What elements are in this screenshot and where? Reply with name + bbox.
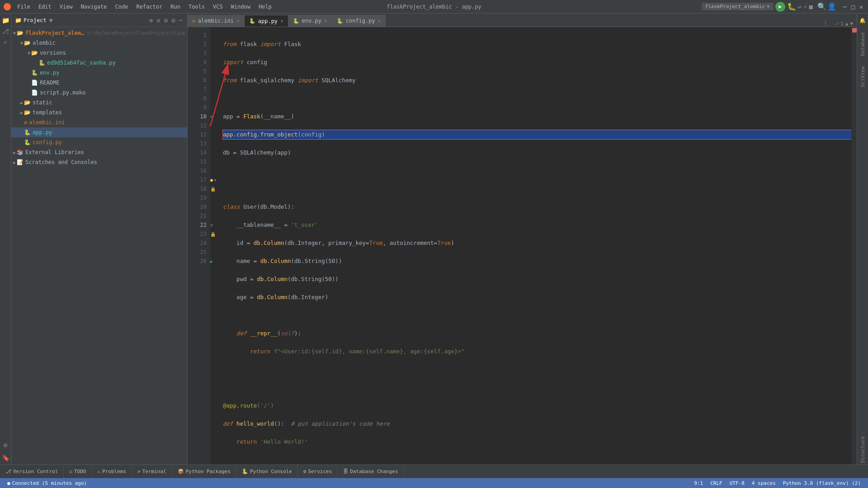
structure-icon[interactable]: Structure (857, 435, 868, 465)
tab-alembicini[interactable]: ⚙ alembic.ini ✕ (188, 15, 245, 27)
tree-item-readme[interactable]: ▶ 📄 README (11, 78, 187, 88)
tree-item-envpy[interactable]: ▶ 🐍 env.py (11, 68, 187, 78)
close-envpy-tab[interactable]: ✕ (324, 18, 327, 24)
code-editor[interactable]: 1 2 3 4 5 6 7 8 9 10 11 12 13 14 15 16 1 (188, 27, 857, 465)
tab-version-control[interactable]: ⎇ Version Control (0, 465, 64, 478)
code-content[interactable]: from flask import Flask import config fr… (219, 27, 851, 465)
tree-item-scratches[interactable]: ▶ 📝 Scratches and Consoles (11, 157, 187, 167)
run-line26[interactable]: ▶ (210, 257, 219, 266)
menu-run[interactable]: Run (167, 3, 184, 11)
database-icon[interactable]: Database (857, 26, 868, 62)
debug-btn[interactable]: 🐛 (787, 2, 796, 11)
linenum-20: 20 (188, 202, 210, 211)
tab-todo[interactable]: ☑ TODO (64, 465, 92, 478)
status-connection[interactable]: ● Connected (5 minutes ago) (4, 478, 90, 488)
status-indentation[interactable]: 4 spaces (748, 480, 779, 486)
title-bar: File Edit View Navigate Code Refactor Ru… (0, 0, 868, 14)
code-line-6: app.config.from_object(config) (223, 130, 851, 139)
menu-view[interactable]: View (56, 3, 76, 11)
menu-vcs[interactable]: VCS (209, 3, 226, 11)
tree-item-alembic[interactable]: ▼ 📂 alembic (11, 38, 187, 48)
linenum-24: 24 (188, 239, 210, 248)
linenum-22: 22 (188, 221, 210, 230)
configpy-icon: 🐍 (337, 18, 343, 24)
tree-item-extlibs[interactable]: ▶ 📚 External Libraries (11, 147, 187, 157)
collapse-btn[interactable]: ≡ (156, 16, 161, 25)
problems-icon: ⚠ (97, 469, 100, 474)
tree-item-templates[interactable]: ▶ 📂 templates (11, 108, 187, 117)
vcs-dropdown[interactable]: flaskProject_alembic ▼ (702, 3, 774, 10)
tree-item-versions[interactable]: ▼ 📂 versions (11, 48, 187, 58)
project-icon[interactable]: 📁 (0, 15, 10, 25)
menu-navigate[interactable]: Navigate (77, 3, 111, 11)
fold-def22[interactable]: ▼ (210, 221, 219, 230)
coverage-btn[interactable]: ↩ (798, 3, 802, 10)
tree-item-apppy[interactable]: ▶ 🐍 app.py (11, 127, 187, 137)
settings-gear[interactable]: ⚙ (170, 16, 176, 25)
bookmarks-icon[interactable]: 🔖 (0, 453, 10, 463)
menu-refactor[interactable]: Refactor (132, 3, 166, 11)
version-control-icon: ⎇ (5, 469, 11, 474)
tree-item-alembicini[interactable]: ▶ ⚙ alembic.ini (11, 117, 187, 127)
tree-item-configpy[interactable]: ▶ 🐍 config.py (11, 137, 187, 147)
sciview-icon[interactable]: SciView (857, 63, 868, 90)
status-position[interactable]: 9:1 (690, 480, 707, 486)
close-apppy-tab[interactable]: ✕ (280, 18, 283, 24)
tab-envpy[interactable]: 🐍 env.py ✕ (288, 15, 332, 27)
close-configpy-tab[interactable]: ✕ (378, 18, 381, 24)
locate-btn[interactable]: ⊕ (148, 16, 154, 25)
fold-class[interactable]: ▼ (210, 112, 219, 121)
tab-services[interactable]: ⚙ Services (298, 465, 338, 478)
fold-def17[interactable]: ▼ (214, 178, 217, 183)
right-sidebar: 🔔 Database SciView Structure (857, 14, 868, 465)
project-panel-dropdown[interactable]: ▼ (48, 16, 54, 25)
linenum-15: 15 (188, 157, 210, 166)
tab-configpy[interactable]: 🐍 config.py ✕ (332, 15, 386, 27)
minimize-panel-btn[interactable]: ─ (178, 16, 184, 25)
menu-help[interactable]: Help (255, 3, 275, 11)
user-btn[interactable]: 👤 (827, 2, 836, 11)
commit-icon[interactable]: ✓ (0, 37, 10, 47)
linenum-14: 14 (188, 148, 210, 157)
error-count: ✓ 1 ▲ ▼ (832, 21, 857, 27)
tree-item-script[interactable]: ▶ 📄 script.py.mako (11, 88, 187, 98)
status-line-ending[interactable]: CRLF (707, 480, 726, 486)
menu-window[interactable]: Window (227, 3, 254, 11)
minimize-btn[interactable]: ─ (842, 4, 848, 10)
status-python-version[interactable]: Python 3.8 (flask_env) (2) (779, 480, 864, 486)
menu-file[interactable]: File (14, 3, 34, 11)
linenum-21: 21 (188, 211, 210, 221)
recent-files-btn[interactable]: ⋮ (819, 19, 832, 27)
close-alembicini-tab[interactable]: ✕ (236, 18, 240, 24)
stop-btn[interactable]: ■ (809, 3, 813, 10)
tree-item-root[interactable]: ▼ 📂 flaskProject_alembic E:\PyCharmProje… (11, 28, 187, 38)
tree-item-migration[interactable]: ▶ 🐍 ed9d51a64fac_sanha.py (11, 58, 187, 68)
run-btn[interactable]: ▶ (775, 2, 785, 12)
menu-tools[interactable]: Tools (185, 3, 208, 11)
profile-btn[interactable]: ⚡ (803, 3, 807, 10)
linenum-25: 25 (188, 248, 210, 257)
code-line-2: import config (223, 58, 851, 67)
menu-edit[interactable]: Edit (35, 3, 55, 11)
code-line-1: from flask import Flask (223, 40, 851, 49)
status-encoding[interactable]: UTF-8 (726, 480, 748, 486)
maximize-btn[interactable]: □ (850, 4, 856, 10)
menu-code[interactable]: Code (112, 3, 132, 11)
tab-problems[interactable]: ⚠ Problems (92, 465, 132, 478)
vcs-icon[interactable]: ⎇ (0, 26, 10, 36)
notifications-icon[interactable]: 🔔 (858, 15, 868, 25)
settings-icon[interactable]: ⚙ (0, 440, 10, 450)
filter-btn[interactable]: ⚙ (163, 16, 169, 25)
app-logo (4, 3, 11, 10)
alembicini-icon: ⚙ (192, 18, 195, 24)
linenum-17: 17 (188, 175, 210, 184)
envpy-icon: 🐍 (293, 18, 299, 24)
tab-python-console[interactable]: 🐍 Python Console (236, 465, 298, 478)
search-btn[interactable]: 🔍 (817, 2, 826, 11)
tab-database-changes[interactable]: 🗄 Database Changes (338, 465, 404, 478)
tab-terminal[interactable]: > Terminal (132, 465, 172, 478)
tab-python-packages[interactable]: 📦 Python Packages (172, 465, 236, 478)
tab-apppy[interactable]: 🐍 app.py ✕ (245, 15, 288, 27)
close-btn[interactable]: ✕ (858, 4, 864, 10)
tree-item-static[interactable]: ▶ 📂 static (11, 98, 187, 108)
